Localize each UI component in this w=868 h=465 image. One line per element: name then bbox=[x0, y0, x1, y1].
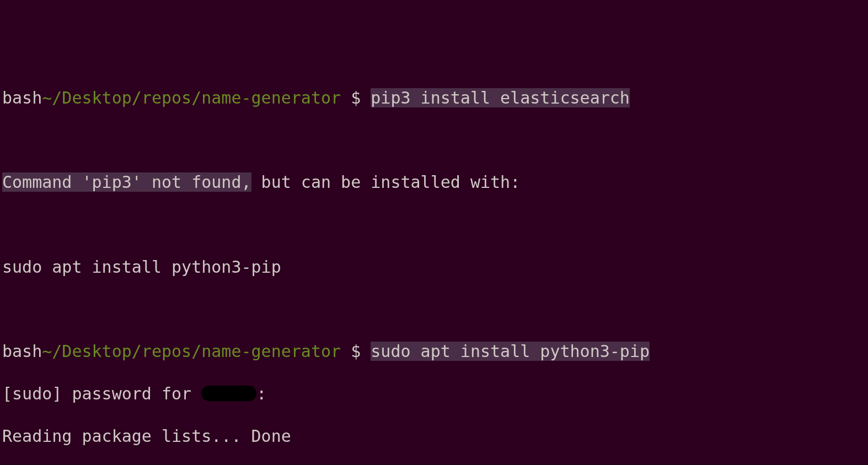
error-line: Command 'pip3' not found, but can be ins… bbox=[2, 172, 866, 193]
prompt-dollar: $ bbox=[341, 88, 371, 107]
prompt-path: ~/Desktop/repos/name-generator bbox=[42, 342, 341, 361]
apt-output-line: Reading package lists... Done bbox=[2, 426, 866, 447]
sudo-password-line: [sudo] password for : bbox=[2, 383, 866, 404]
suggestion-line: sudo apt install python3-pip bbox=[2, 257, 866, 278]
sudo-password-colon: : bbox=[256, 384, 266, 403]
sudo-password-label: [sudo] password for bbox=[2, 384, 201, 403]
command-2: sudo apt install python3-pip bbox=[371, 342, 650, 361]
error-suffix: but can be installed with: bbox=[251, 172, 521, 192]
command-1: pip3 install elasticsearch bbox=[371, 88, 630, 107]
prompt-line-1[interactable]: bash~/Desktop/repos/name-generator $ pip… bbox=[2, 88, 866, 109]
prompt-dollar: $ bbox=[341, 342, 371, 361]
blank-line bbox=[2, 299, 866, 320]
blank-line bbox=[2, 129, 866, 150]
prompt-path: ~/Desktop/repos/name-generator bbox=[42, 88, 341, 107]
prompt-shell: bash bbox=[2, 88, 42, 107]
prompt-line-2[interactable]: bash~/Desktop/repos/name-generator $ sud… bbox=[2, 341, 866, 362]
prompt-shell: bash bbox=[2, 342, 42, 361]
redacted-username bbox=[201, 386, 256, 401]
error-prefix: Command 'pip3' not found, bbox=[2, 172, 251, 192]
blank-line bbox=[2, 214, 866, 235]
suggestion-text: sudo apt install python3-pip bbox=[2, 257, 281, 277]
